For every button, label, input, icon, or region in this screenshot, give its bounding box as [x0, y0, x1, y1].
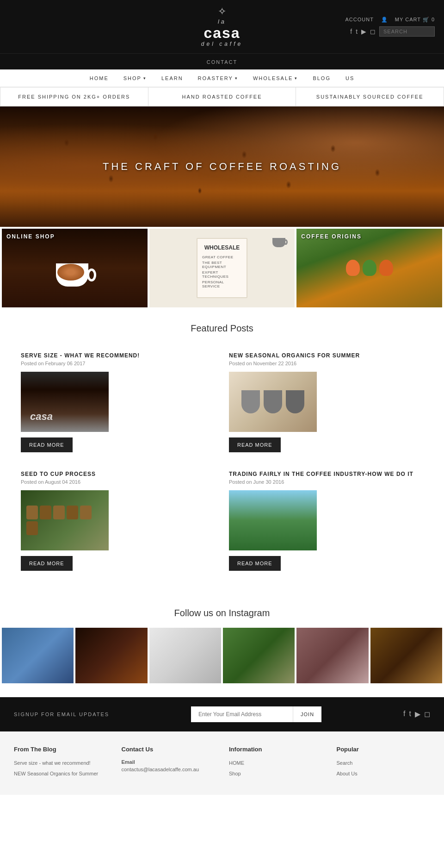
wholesale-cup	[271, 233, 288, 247]
logo-swirl-icon: ✧	[218, 6, 226, 18]
wholesale-item-1: GREAT COFFEE	[202, 255, 234, 259]
post-4-image	[229, 490, 317, 550]
cart-count: 0	[432, 17, 435, 22]
email-form: Join	[191, 706, 321, 722]
post-3-date: Posted on August 04 2016	[21, 479, 215, 485]
footer-blog-link-2[interactable]: NEW Seasonal Organics for Summer	[14, 770, 108, 778]
header-contact-bar: CONTACT	[0, 53, 444, 69]
post-3-read-more[interactable]: READ MORE	[21, 556, 73, 571]
wholesale-notebook: Wholesale GREAT COFFEE THE BEST EQUIPMEN…	[197, 238, 247, 298]
logo-del-caffe: del caffe	[201, 41, 243, 47]
wholesale-cup-body	[272, 238, 285, 247]
footer-email-section: Signup for Email Updates Join f t ▶ ◻	[0, 697, 444, 731]
category-wholesale[interactable]: Wholesale GREAT COFFEE THE BEST EQUIPMEN…	[149, 229, 295, 307]
footer-popular-about[interactable]: About Us	[337, 770, 431, 778]
site-logo[interactable]: ✧ la casa del caffe	[151, 6, 293, 48]
roastery-chevron-icon: ▾	[235, 76, 238, 81]
category-coffee-origins[interactable]: COFFEE ORIGINS	[296, 229, 442, 307]
online-shop-label: ONLINE SHOP	[2, 229, 148, 244]
basket-1	[346, 260, 360, 276]
instagram-image-5[interactable]	[296, 628, 368, 683]
hero-title: THE CRAFT OF COFFEE ROASTING	[103, 161, 341, 173]
main-nav: HOME SHOP ▾ LEARN ROASTERY ▾ WHOLESALE ▾…	[0, 69, 444, 87]
seedling-pot-4	[67, 506, 78, 519]
post-item-4: TRADING FAIRLY IN THE COFFEE INDUSTRY-HO…	[222, 462, 430, 580]
hero-banner: THE CRAFT OF COFFEE ROASTING	[0, 106, 444, 227]
wholesale-cup-handle	[284, 239, 288, 245]
post-4-read-more[interactable]: READ MORE	[229, 556, 281, 571]
category-online-shop[interactable]: ONLINE SHOP	[2, 229, 148, 307]
join-button[interactable]: Join	[293, 706, 321, 722]
footer-blog-link-1[interactable]: Serve size - what we recommend!	[14, 759, 108, 768]
post-4-title: TRADING FAIRLY IN THE COFFEE INDUSTRY-HO…	[229, 471, 423, 477]
featured-posts-title: Featured Posts	[0, 309, 444, 343]
seedling-pot-5	[80, 506, 92, 519]
info-sustainably: SUSTAINABLY SOURCED COFFEE	[296, 87, 444, 106]
twitter-icon[interactable]: t	[356, 28, 358, 35]
post-item-2: NEW SEASONAL ORGANICS FOR SUMMER Posted …	[222, 343, 430, 462]
instagram-image-4[interactable]	[223, 628, 295, 683]
nav-us[interactable]: US	[338, 75, 362, 81]
post-2-image	[229, 372, 317, 432]
facebook-icon[interactable]: f	[350, 28, 352, 35]
latte-art	[57, 264, 84, 281]
post-1-date: Posted on February 06 2017	[21, 361, 215, 366]
origins-label: COFFEE ORIGINS	[296, 229, 442, 244]
footer-col-contact: Contact us Email contactus@lacasadelcaff…	[122, 746, 216, 781]
latte-cup	[54, 247, 95, 289]
featured-posts-section: Featured Posts SERVE SIZE - WHAT WE RECO…	[0, 309, 444, 580]
wholesale-chevron-icon: ▾	[295, 76, 298, 81]
footer-contact-title: Contact us	[122, 746, 216, 753]
wholesale-item-4: PERSONAL SERVICE	[202, 280, 242, 288]
nav-blog[interactable]: BLOG	[305, 75, 338, 81]
footer-col-info: Information HOME Shop	[229, 746, 323, 781]
info-bar: FREE SHIPPING ON 2KG+ ORDERS HAND ROASTE…	[0, 87, 444, 106]
account-link[interactable]: ACCOUNT	[345, 17, 373, 22]
footer-col-popular: Popular Search About Us	[337, 746, 431, 781]
organic-cup-3	[286, 390, 304, 413]
nav-roastery[interactable]: ROASTERY ▾	[191, 75, 246, 81]
footer-instagram-icon[interactable]: ◻	[424, 710, 430, 718]
footer-facebook-icon[interactable]: f	[403, 710, 405, 718]
post-4-date: Posted on June 30 2016	[229, 479, 423, 485]
footer-info-shop[interactable]: Shop	[229, 770, 323, 778]
youtube-icon[interactable]: ▶	[361, 28, 366, 35]
post-1-read-more[interactable]: READ MORE	[21, 437, 73, 452]
organic-cup-1	[241, 390, 260, 413]
footer-info-home[interactable]: HOME	[229, 759, 323, 768]
search-input[interactable]	[379, 26, 435, 37]
post-2-date: Posted on November 22 2016	[229, 361, 423, 366]
logo-la: la	[218, 19, 226, 25]
footer-youtube-icon[interactable]: ▶	[415, 710, 420, 718]
cup-handle	[87, 269, 96, 281]
cart-link[interactable]: MY CART 🛒 0	[395, 17, 435, 23]
footer-popular-search[interactable]: Search	[337, 759, 431, 768]
instagram-section: Follow us on Instagram	[0, 580, 444, 697]
email-input[interactable]	[191, 706, 293, 722]
instagram-grid	[0, 628, 444, 683]
footer-social-icons: f t ▶ ◻	[403, 710, 430, 718]
instagram-image-1[interactable]	[2, 628, 74, 683]
origins-baskets	[346, 260, 393, 276]
cart-label: MY CART	[395, 17, 421, 22]
post-item-1: SERVE SIZE - WHAT WE RECOMMEND! Posted o…	[14, 343, 222, 462]
nav-home[interactable]: HOME	[82, 75, 116, 81]
footer-twitter-icon[interactable]: t	[409, 710, 411, 718]
instagram-image-3[interactable]	[149, 628, 221, 683]
instagram-image-6[interactable]	[370, 628, 442, 683]
post-1-image	[21, 372, 109, 432]
info-hand-roasted: HAND ROASTED COFFEE	[148, 87, 296, 106]
wholesale-item-2: THE BEST EQUIPMENT	[202, 261, 242, 269]
footer-blog-title: From the blog	[14, 746, 108, 753]
nav-shop[interactable]: SHOP ▾	[116, 75, 154, 81]
wholesale-item-3: EXPERT TECHNIQUES	[202, 270, 242, 279]
nav-wholesale[interactable]: WHOLESALE ▾	[246, 75, 305, 81]
nav-learn[interactable]: LEARN	[154, 75, 191, 81]
contact-link[interactable]: CONTACT	[207, 59, 237, 65]
signup-label: Signup for Email Updates	[14, 712, 109, 717]
header-account-bar: ACCOUNT 👤 MY CART 🛒 0	[345, 17, 435, 23]
seedling-pot-2	[40, 506, 51, 519]
post-2-read-more[interactable]: READ MORE	[229, 437, 281, 452]
instagram-icon[interactable]: ◻	[370, 28, 376, 35]
instagram-image-2[interactable]	[75, 628, 147, 683]
